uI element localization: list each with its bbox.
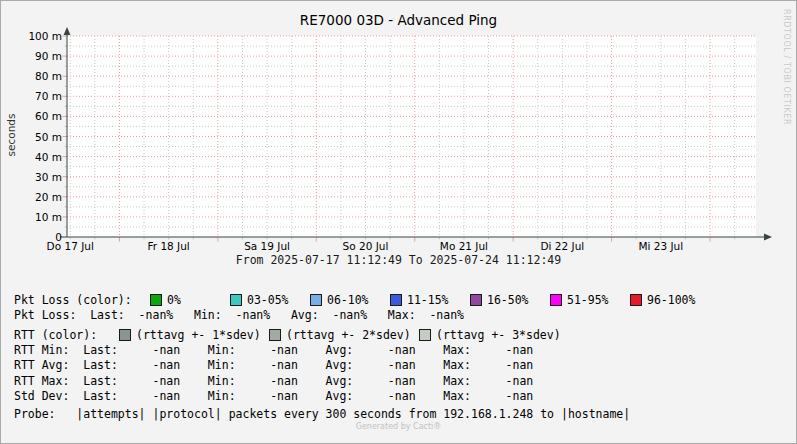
rtt-max-stats-row: RTT Max: Last: -nan Min: -nan Avg: -nan … xyxy=(14,374,710,390)
legend-item: 16-50% xyxy=(470,293,550,307)
x-tick-label: Fr 18 Jul xyxy=(147,240,189,252)
legend-item: 03-05% xyxy=(230,293,310,307)
y-tick-label: 50 m xyxy=(1,131,62,143)
legend-item: (rttavg +- 1*sdev) xyxy=(119,328,269,342)
y-axis-arrow xyxy=(64,27,71,35)
legend-item: 0% xyxy=(150,293,230,307)
rrdtool-watermark: RRDTOOL / TOBI OETIKER xyxy=(782,9,791,125)
legend-color-swatch xyxy=(630,294,642,306)
legend-item-label: (rttavg +- 3*sdev) xyxy=(436,328,561,342)
legend-item: 06-10% xyxy=(310,293,390,307)
legend-color-swatch xyxy=(550,294,562,306)
pkt-loss-stats-row: Pkt Loss: Last: -nan% Min: -nan% Avg: -n… xyxy=(14,308,710,324)
std-dev-stats-row: Std Dev: Last: -nan Min: -nan Avg: -nan … xyxy=(14,389,710,405)
pkt-loss-color-label: Pkt Loss (color): xyxy=(14,293,150,307)
legend-item-label: 11-15% xyxy=(407,293,449,307)
legend-color-swatch xyxy=(230,294,242,306)
y-tick-label: 30 m xyxy=(1,171,62,183)
x-axis-arrow xyxy=(764,233,772,240)
pkt-loss-color-legend-row: Pkt Loss (color): 0%03-05%06-10%11-15%16… xyxy=(14,292,710,308)
legend-item-label: 06-10% xyxy=(327,293,369,307)
legend-item: 51-95% xyxy=(550,293,630,307)
legend-color-swatch xyxy=(470,294,482,306)
legend-item-label: 96-100% xyxy=(647,293,695,307)
generated-by-cacti-label: Generated by Cacti® xyxy=(1,422,796,431)
legend: Pkt Loss (color): 0%03-05%06-10%11-15%16… xyxy=(14,292,710,405)
time-range-label: From 2025-07-17 11:12:49 To 2025-07-24 1… xyxy=(1,253,796,267)
legend-item-label: 51-95% xyxy=(567,293,609,307)
legend-color-swatch xyxy=(310,294,322,306)
y-tick-label: 80 m xyxy=(1,70,62,82)
x-tick-label: Mi 23 Jul xyxy=(638,240,683,252)
legend-item-label: 16-50% xyxy=(487,293,529,307)
legend-item-label: (rttavg +- 1*sdev) xyxy=(136,328,261,342)
rtt-color-label: RTT (color): xyxy=(14,328,119,342)
y-tick-label: 40 m xyxy=(1,151,62,163)
legend-item-label: 0% xyxy=(167,293,181,307)
rtt-color-legend-row: RTT (color): (rttavg +- 1*sdev)(rttavg +… xyxy=(14,327,710,343)
legend-color-swatch xyxy=(150,294,162,306)
legend-color-swatch xyxy=(269,329,281,341)
x-tick-label: Mo 21 Jul xyxy=(440,240,488,252)
y-tick-label: 90 m xyxy=(1,50,62,62)
legend-item: (rttavg +- 2*sdev) xyxy=(269,328,419,342)
legend-item: 11-15% xyxy=(390,293,470,307)
y-tick-label: 60 m xyxy=(1,110,62,122)
x-tick-label: Do 17 Jul xyxy=(47,240,94,252)
y-tick-label: 10 m xyxy=(1,211,62,223)
probe-info-line: Probe: |attempts| |protocol| packets eve… xyxy=(14,407,630,422)
x-tick-label: So 20 Jul xyxy=(343,240,389,252)
y-tick-label: 100 m xyxy=(1,30,62,42)
y-tick-label: 70 m xyxy=(1,90,62,102)
legend-color-swatch xyxy=(419,329,431,341)
legend-color-swatch xyxy=(119,329,131,341)
legend-item-label: (rttavg +- 2*sdev) xyxy=(286,328,411,342)
legend-item: 96-100% xyxy=(630,293,710,307)
plot-area xyxy=(51,25,781,247)
legend-item: (rttavg +- 3*sdev) xyxy=(419,328,569,342)
x-tick-label: Di 22 Jul xyxy=(541,240,585,252)
y-tick-label: 20 m xyxy=(1,191,62,203)
legend-item-label: 03-05% xyxy=(247,293,289,307)
rtt-min-stats-row: RTT Min: Last: -nan Min: -nan Avg: -nan … xyxy=(14,343,710,359)
legend-color-swatch xyxy=(390,294,402,306)
cacti-rrdtool-graph: RE7000 03D - Advanced Ping RRDTOOL / TOB… xyxy=(0,0,797,444)
x-tick-label: Sa 19 Jul xyxy=(244,240,290,252)
rtt-avg-stats-row: RTT Avg: Last: -nan Min: -nan Avg: -nan … xyxy=(14,358,710,374)
